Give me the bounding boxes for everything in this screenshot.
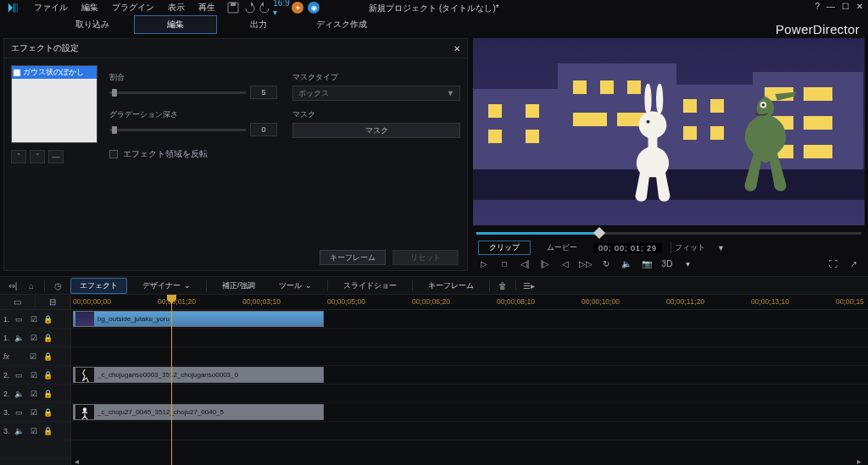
volume-icon[interactable]: 🔈 (620, 257, 632, 269)
scroll-left-icon[interactable]: ◂ (75, 457, 79, 465)
cloud-icon[interactable]: ◉ (308, 2, 320, 14)
track-header-a2[interactable]: 2.🔈☑🔒 (0, 385, 70, 403)
masktype-dropdown[interactable]: ボックス▼ (292, 86, 460, 101)
menu-view[interactable]: 表示 (161, 2, 192, 14)
track-view-film-icon[interactable]: ▭ (0, 295, 36, 309)
keyframe-button-tl[interactable]: キーフレーム (420, 279, 482, 293)
preview-canvas[interactable] (473, 38, 865, 225)
undo-icon[interactable] (243, 2, 255, 14)
visible-icon[interactable]: ☑ (29, 333, 39, 343)
stop-icon[interactable]: □ (498, 257, 510, 269)
preview-mode-clip[interactable]: クリップ (478, 241, 531, 255)
track-lane-v1[interactable]: bg_outside_jutaku_yoru (71, 310, 868, 329)
visible-icon[interactable]: ☑ (29, 426, 39, 436)
time-ruler[interactable]: 00;00;00;00 00;00;01;20 00;00;03;10 00;0… (71, 295, 868, 310)
snapshot-icon[interactable]: 📷 (641, 257, 653, 269)
timecode-display[interactable]: 00; 00; 01; 29 (593, 243, 662, 253)
track-header-fx[interactable]: fx☑🔒 (0, 347, 70, 366)
playhead[interactable] (171, 295, 172, 465)
track-lane-fx[interactable] (71, 347, 868, 366)
clip-char2[interactable]: _c_choju27_0045_3512_choju27_0040_5 (73, 404, 324, 420)
visible-icon[interactable]: ☑ (29, 407, 39, 418)
track-header-extra[interactable] (0, 440, 70, 459)
track-view-list-icon[interactable]: ⊟ (36, 295, 71, 309)
track-header-a1[interactable]: 1.🔈☑🔒 (0, 329, 70, 347)
badge-icon[interactable]: ✦ (292, 2, 303, 14)
visible-icon[interactable]: ☑ (29, 314, 39, 324)
fullscreen-icon[interactable]: ⛶ (827, 257, 839, 269)
tool-dropdown[interactable]: ツール ⌄ (270, 279, 320, 293)
invert-checkbox[interactable] (109, 150, 118, 158)
move-up-button[interactable]: ˄ (11, 150, 26, 163)
gradient-slider[interactable] (109, 129, 246, 131)
clip-char1[interactable]: _c_chojuganso0003_3512_chojuganso0003_0 (73, 367, 324, 383)
add-track-icon[interactable] (3, 445, 14, 455)
track-header-a3[interactable]: 3.🔈☑🔒 (0, 422, 70, 440)
track-header-v3[interactable]: 3.▭☑🔒 (0, 403, 70, 422)
menu-play[interactable]: 再生 (192, 2, 222, 14)
track-header-v2[interactable]: 2.▭☑🔒 (0, 366, 70, 385)
visible-icon[interactable]: ☑ (29, 370, 39, 380)
lock-icon[interactable]: 🔒 (43, 333, 53, 343)
track-lane-v2[interactable]: _c_chojuganso0003_3512_chojuganso0003_0 (71, 366, 868, 385)
crop-icon[interactable]: ⌂ (25, 280, 37, 291)
clip-bg[interactable]: bg_outside_jutaku_yoru (73, 311, 324, 327)
visible-icon[interactable]: ☑ (28, 352, 38, 362)
close-icon[interactable]: ✕ (856, 2, 863, 11)
play-icon[interactable]: ▷ (478, 257, 490, 269)
popout-icon[interactable]: ↗ (848, 257, 860, 269)
correction-button[interactable]: 補正/強調 (214, 279, 264, 293)
preview-scrubber[interactable] (476, 227, 861, 239)
effect-button[interactable]: エフェクト (70, 278, 127, 294)
maximize-icon[interactable]: ☐ (842, 2, 849, 11)
scroll-right-icon[interactable]: ▸ (857, 457, 861, 465)
track-lane-a2[interactable] (71, 385, 868, 403)
reset-button[interactable]: リセット (392, 250, 459, 265)
redo-icon[interactable] (259, 2, 271, 14)
lock-icon[interactable]: 🔒 (43, 407, 53, 418)
tab-disc[interactable]: ディスク作成 (300, 15, 383, 34)
save-icon[interactable] (227, 2, 239, 14)
effect-list-item[interactable]: ガウス状のぼかし (12, 66, 97, 79)
trash-icon[interactable]: 🗑 (497, 280, 509, 291)
ratio-icon[interactable]: 16:9 ▾ (275, 2, 287, 14)
fast-forward-icon[interactable]: ▷▷ (580, 257, 592, 269)
prev-frame-icon[interactable]: ◁| (519, 257, 531, 269)
lock-icon[interactable]: 🔒 (42, 352, 53, 362)
history-icon[interactable]: ◷ (52, 280, 64, 291)
zoom-fit-dropdown[interactable]: フィット▼ (670, 242, 728, 253)
next-frame-icon[interactable]: |▷ (539, 257, 551, 269)
menu-plugin[interactable]: プラグイン (105, 2, 161, 14)
ratio-slider[interactable] (109, 91, 246, 94)
preview-mode-movie[interactable]: ムービー (536, 241, 588, 255)
tab-output[interactable]: 出力 (217, 15, 300, 34)
remove-button[interactable]: — (48, 150, 64, 163)
visible-icon[interactable]: ☑ (29, 389, 39, 399)
mask-button[interactable]: マスク (292, 123, 460, 138)
slideshow-button[interactable]: スライドショー (335, 279, 405, 293)
keyframe-button[interactable]: キーフレーム (320, 250, 386, 265)
track-lane-a3[interactable] (71, 422, 868, 440)
menu-edit[interactable]: 編集 (75, 2, 105, 14)
tab-edit[interactable]: 編集 (134, 15, 217, 34)
effect-listbox[interactable]: ガウス状のぼかし (11, 65, 97, 143)
loop-icon[interactable]: ↻ (600, 257, 612, 269)
track-lane-a1[interactable] (71, 329, 868, 347)
lock-icon[interactable]: 🔒 (43, 370, 53, 380)
track-lane-v3[interactable]: _c_choju27_0045_3512_choju27_0040_5 (71, 403, 868, 422)
track-header-v1[interactable]: 1.▭☑🔒 (0, 310, 70, 329)
help-icon[interactable]: ? (815, 2, 820, 11)
menu-file[interactable]: ファイル (27, 2, 75, 14)
gradient-value[interactable]: 0 (250, 123, 277, 136)
track-area[interactable]: 00;00;00;00 00;00;01;20 00;00;03;10 00;0… (71, 295, 868, 465)
lock-icon[interactable]: 🔒 (43, 426, 53, 436)
chevron-down-icon[interactable]: ▾ (682, 257, 693, 269)
tab-capture[interactable]: 取り込み (51, 15, 134, 34)
move-down-button[interactable]: ˅ (30, 150, 45, 163)
step-back-icon[interactable]: ◁ (559, 257, 571, 269)
more-menu-icon[interactable]: ☰▸ (523, 280, 535, 291)
panel-close-icon[interactable]: ✕ (453, 44, 460, 53)
minimize-icon[interactable]: — (826, 2, 835, 11)
designer-dropdown[interactable]: デザイナー ⌄ (134, 279, 199, 293)
lock-icon[interactable]: 🔒 (43, 314, 53, 324)
